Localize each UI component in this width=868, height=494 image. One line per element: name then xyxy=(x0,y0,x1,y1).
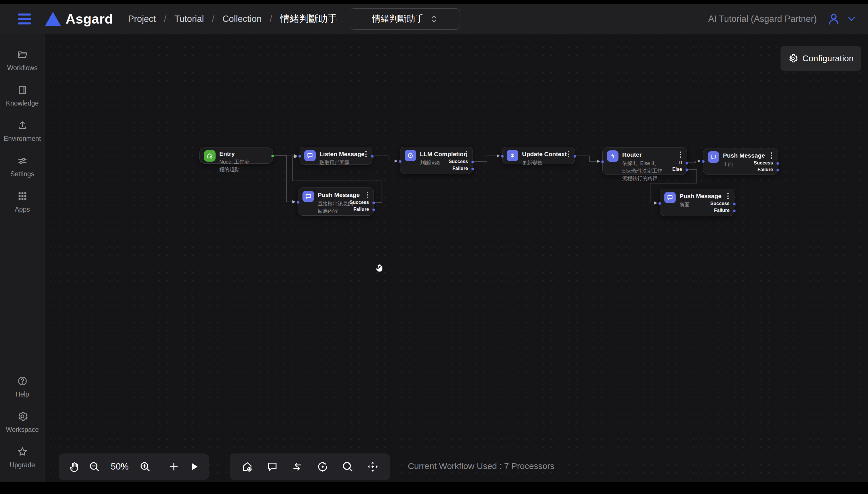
node-menu-icon[interactable] xyxy=(466,151,468,158)
node-subtitle: 更新變數 xyxy=(522,159,555,167)
workflow-node-push-message-reply[interactable]: Push Message直接輸出訊息的回應內容SuccessFailure xyxy=(298,188,374,216)
zoom-in-icon[interactable] xyxy=(139,461,151,472)
add-icon[interactable] xyxy=(168,461,180,472)
output-port-label: Success xyxy=(449,159,468,164)
sidebar-item-help[interactable]: Help xyxy=(0,376,45,398)
output-port[interactable] xyxy=(471,161,474,163)
message-icon xyxy=(304,150,316,161)
asgard-logo xyxy=(45,12,61,26)
output-port[interactable] xyxy=(371,155,374,157)
output-port[interactable] xyxy=(777,169,779,171)
output-port[interactable] xyxy=(777,162,779,165)
workflow-node-router[interactable]: Router依據If、Else If、Else條件決定工作流程執行的路徑IfEl… xyxy=(602,147,687,175)
output-port[interactable] xyxy=(271,155,274,157)
sidebar-item-settings[interactable]: Settings xyxy=(0,155,45,178)
llm-node-icon[interactable] xyxy=(317,461,329,473)
sidebar-item-workflows[interactable]: Workflows xyxy=(0,49,45,72)
input-port[interactable] xyxy=(299,155,301,157)
workflow-selector[interactable]: 情緒判斷助手 xyxy=(350,8,460,30)
breadcrumb-item-collection[interactable]: Collection xyxy=(222,14,261,24)
node-menu-icon[interactable] xyxy=(680,152,682,159)
workflow-node-push-message-negative[interactable]: Push Message負面SuccessFailure xyxy=(659,189,735,216)
sidebar-item-label: Workspace xyxy=(6,426,39,434)
output-port-label: Failure xyxy=(452,166,468,171)
workflow-node-listen-message[interactable]: Listen Message聽取用戶問題 xyxy=(300,147,373,165)
swap-node-icon[interactable] xyxy=(291,461,303,473)
user-icon[interactable] xyxy=(827,12,840,25)
node-menu-icon[interactable] xyxy=(727,193,729,201)
input-port[interactable] xyxy=(658,202,661,205)
chevron-down-icon[interactable] xyxy=(846,14,857,24)
configuration-button[interactable]: Configuration xyxy=(780,46,861,71)
node-title: Entry xyxy=(219,150,235,157)
workflow-canvas[interactable] xyxy=(45,34,868,482)
message-icon xyxy=(664,192,676,203)
output-port[interactable] xyxy=(733,210,736,212)
zoom-out-icon[interactable] xyxy=(89,461,100,472)
breadcrumb-item-tutorial[interactable]: Tutorial xyxy=(175,14,204,24)
sidebar-item-label: Upgrade xyxy=(10,461,35,469)
output-port[interactable] xyxy=(471,168,474,170)
input-port[interactable] xyxy=(399,160,401,163)
node-menu-icon[interactable] xyxy=(367,192,369,199)
output-port-label: If xyxy=(679,160,682,165)
output-port[interactable] xyxy=(733,203,736,205)
node-menu-icon[interactable] xyxy=(365,151,367,158)
workflow-node-entry[interactable]: EntryNode: 工作流程的起點 xyxy=(199,148,273,164)
output-port-label: Failure xyxy=(354,207,369,212)
input-port[interactable] xyxy=(501,155,504,157)
account-label: AI Tutorial (Asgard Partner) xyxy=(708,14,817,24)
menu-icon[interactable] xyxy=(18,14,31,24)
output-port[interactable] xyxy=(686,162,688,165)
message-icon xyxy=(708,151,719,163)
breadcrumb-separator: / xyxy=(164,14,166,24)
breadcrumb-separator: / xyxy=(270,14,272,24)
sidebar-item-label: Environment xyxy=(4,135,41,142)
search-icon[interactable] xyxy=(342,461,354,473)
entry-icon xyxy=(204,150,216,162)
output-port[interactable] xyxy=(373,202,375,204)
grid-icon xyxy=(17,191,28,203)
output-port[interactable] xyxy=(574,155,576,157)
node-subtitle: 直接輸出訊息的回應內容 xyxy=(318,200,354,215)
node-title: Push Message xyxy=(318,191,360,198)
node-subtitle: Node: 工作流程的起點 xyxy=(219,158,252,173)
top-navigation-bar: Asgard Project/Tutorial/Collection/情緒判斷助… xyxy=(0,4,868,34)
node-menu-icon[interactable] xyxy=(568,151,570,158)
folder-icon xyxy=(17,49,28,61)
add-entry-node-icon[interactable] xyxy=(241,461,253,473)
output-port[interactable] xyxy=(373,208,375,211)
gear-icon xyxy=(17,411,28,423)
workflow-node-push-message-positive[interactable]: Push Message正面SuccessFailure xyxy=(703,148,778,175)
sidebar-item-workspace[interactable]: Workspace xyxy=(0,411,45,434)
breadcrumb-item-[interactable]: 情緒判斷助手 xyxy=(280,12,337,25)
output-port-label: Else xyxy=(672,167,682,172)
window-top-strip xyxy=(0,0,868,4)
window-bottom-strip xyxy=(0,482,868,494)
message-node-icon[interactable] xyxy=(266,461,278,473)
sidebar-item-knowledge[interactable]: Knowledge xyxy=(0,84,45,107)
workflow-node-update-context[interactable]: Update Context更新變數 xyxy=(502,147,575,164)
breadcrumb-item-project[interactable]: Project xyxy=(128,14,156,24)
sidebar-item-apps[interactable]: Apps xyxy=(0,191,45,213)
output-port-label: Failure xyxy=(758,167,773,172)
fit-view-icon[interactable] xyxy=(367,461,379,473)
pan-hand-icon[interactable] xyxy=(69,461,80,472)
input-port[interactable] xyxy=(601,160,604,163)
run-workflow-icon[interactable] xyxy=(188,461,200,472)
zoom-level-value[interactable]: 50% xyxy=(109,461,131,472)
workflow-selector-value: 情緒判斷助手 xyxy=(372,13,424,25)
sidebar-item-upgrade[interactable]: Upgrade xyxy=(0,446,45,469)
input-port[interactable] xyxy=(702,160,705,163)
sidebar: WorkflowsKnowledgeEnvironmentSettingsApp… xyxy=(0,34,45,482)
canvas-zoom-toolbar: 50% xyxy=(59,454,209,480)
swap-icon xyxy=(607,150,618,162)
sidebar-item-label: Apps xyxy=(15,206,30,213)
output-port[interactable] xyxy=(686,169,688,171)
input-port[interactable] xyxy=(297,201,299,204)
sidebar-item-label: Knowledge xyxy=(6,99,39,107)
sidebar-item-environment[interactable]: Environment xyxy=(0,120,45,142)
sidebar-item-label: Workflows xyxy=(7,64,38,72)
workflow-node-llm-completion[interactable]: LLM Completion判斷情緒SuccessFailure xyxy=(400,147,473,174)
node-menu-icon[interactable] xyxy=(771,152,773,160)
